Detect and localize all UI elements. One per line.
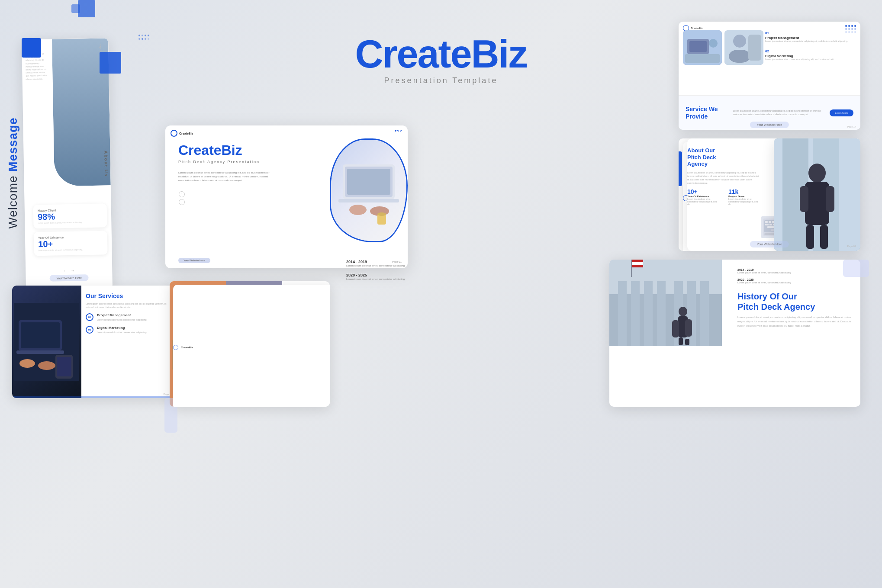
svg-rect-15 — [729, 50, 750, 63]
svg-rect-19 — [765, 221, 768, 223]
svg-rect-69 — [631, 277, 640, 346]
rm-page: Page 04 — [847, 245, 856, 247]
svg-rect-20 — [769, 221, 771, 223]
svg-point-37 — [808, 164, 826, 183]
svg-rect-84 — [632, 260, 643, 262]
slide-logo: CreateBiz — [179, 132, 193, 135]
svg-rect-12 — [685, 54, 720, 63]
learn-more-btn[interactable]: Learn More — [830, 109, 853, 116]
history-desc: Lorem ipsum dolor sit amet, consectetur … — [737, 315, 853, 328]
svg-rect-50 — [57, 357, 71, 376]
building-svg — [609, 260, 722, 346]
service-info-2: Digital Marketing Lorem ipsum dolor sit … — [97, 326, 147, 334]
provide-bold: Provide — [686, 113, 724, 120]
svg-rect-85 — [632, 262, 643, 265]
provide-desc: Lorem ipsum dolor sit amet, consectetur … — [733, 109, 821, 116]
svg-rect-82 — [631, 260, 632, 277]
rm-blue-accent — [679, 151, 682, 186]
service-name-1: Project Management — [97, 313, 147, 317]
center-nav[interactable]: ↑ ↓ — [178, 191, 185, 205]
main-title-area: CreateBiz Presentation Template — [355, 35, 527, 85]
svg-rect-41 — [806, 225, 814, 249]
history-photo — [609, 260, 722, 346]
svg-point-47 — [19, 359, 35, 368]
svg-rect-3 — [338, 199, 399, 202]
slide-brand-subtitle: Pitch Deck Agency Presentation — [178, 160, 282, 164]
center-hero-slide[interactable]: CreateBiz CreateBiz Pitch Deck Agency Pr… — [165, 125, 408, 268]
rm-photo-svg — [774, 138, 860, 251]
hist-d-2: Lorem ipsum dolor sit amet, consectetur … — [737, 281, 853, 285]
timeline-year-2: 2020 - 2025 — [346, 273, 441, 277]
services-bottom-accent — [12, 396, 177, 398]
svg-rect-46 — [16, 350, 64, 354]
tr-service-list: 01 Project Management Lorem ipsum dolor … — [765, 28, 856, 64]
services-slide[interactable]: Our Services Lorem ipsum dolor sit amet,… — [12, 286, 177, 398]
tr-photo-1 — [683, 30, 722, 65]
tr-svc-2: 02 Digital Marketing Lorem ipsum dolor s… — [765, 46, 856, 61]
team-nav-down[interactable]: ↓ — [173, 345, 178, 350]
svg-point-48 — [38, 361, 55, 370]
top-right-services-slide[interactable]: CreateBiz — [679, 22, 860, 130]
about-us-slide[interactable]: About Us Lorem ipsum dolor sit amet, con… — [22, 38, 113, 290]
history-tl-1: 2014 - 2019 Lorem ipsum dolor sit amet, … — [737, 268, 791, 275]
rm-stat-val-2: 11k — [728, 188, 761, 195]
timeline-2: 2020 - 2025 Lorem ipsum dolor sit amet, … — [346, 273, 441, 281]
hist-yr-2: 2020 - 2025 — [737, 278, 853, 281]
slide-brand-bold: Biz — [222, 142, 242, 158]
svc-desc-2: Lorem ipsum dolor sit ut consectetur adi… — [765, 58, 856, 61]
year-card: Year Of Existence 10+ Lorem ipsum dolor … — [34, 231, 108, 256]
svg-rect-39 — [800, 186, 808, 212]
timeline-year-1: 2014 - 2019 — [346, 260, 441, 264]
about-us-label: About Us — [103, 151, 109, 177]
top-dots-left-2 — [138, 38, 149, 40]
top-dots-left — [138, 35, 149, 36]
slide-image-area — [321, 130, 408, 251]
svg-rect-81 — [685, 339, 689, 345]
rm-stat-2: 11k Project Done Lorem ipsum dolor sit u… — [728, 188, 761, 206]
about-pitch-slide[interactable]: CreateBiz ↑ ↓ About Our Pitch Deck Agenc… — [679, 138, 860, 251]
rm-side-photo — [774, 138, 860, 251]
nav-up[interactable]: ↑ — [179, 191, 185, 197]
slide-website: Your Website Here — [178, 258, 210, 263]
team-nav[interactable]: ↑ ↓ — [173, 338, 178, 350]
service-name-2: Digital Marketing — [97, 326, 147, 330]
svg-rect-86 — [632, 265, 643, 267]
team-slide[interactable]: CreateBiz — [170, 281, 330, 407]
tr-logo-text: CreateBiz — [691, 27, 703, 29]
svc-num-1: 01 — [765, 31, 769, 35]
rm-content: About Our Pitch Deck Agency Lorem ipsum … — [687, 147, 761, 206]
nav-arrows[interactable]: ← → — [63, 268, 75, 273]
svg-point-7 — [377, 212, 386, 216]
svg-rect-38 — [805, 182, 829, 225]
svg-point-4 — [349, 205, 367, 215]
team-nav-up[interactable]: ↑ — [173, 338, 178, 343]
svg-rect-26 — [769, 224, 772, 225]
svg-rect-2 — [347, 169, 390, 195]
history-title-regular: History Of Our — [737, 291, 853, 302]
blob-shape — [330, 138, 408, 242]
history-slide[interactable]: 2014 - 2019 Lorem ipsum dolor sit amet, … — [609, 260, 860, 407]
rm-stat-desc-2: Lorem ipsum dolor sit ut consectetur adi… — [728, 198, 761, 206]
provide-title-area: Service We Provide — [686, 106, 724, 120]
svc-title-2: Digital Marketing — [765, 54, 856, 58]
tr-photo-2-svg — [724, 30, 763, 65]
svg-point-76 — [679, 307, 687, 316]
history-title: History Of Our Pitch Deck Agency — [737, 291, 853, 312]
services-title: Our Services — [86, 292, 171, 299]
nav-down[interactable]: ↓ — [179, 199, 185, 205]
svc-desc-1: Lorem ipsum dolor sit amet, consectetur … — [765, 40, 856, 43]
logo-dot — [171, 130, 177, 137]
brand-regular: Create — [355, 32, 471, 76]
svg-rect-71 — [657, 277, 666, 346]
rm-line2: Pitch Deck — [687, 154, 761, 161]
svg-rect-80 — [679, 337, 683, 345]
welcome-text: Welcome Message — [6, 117, 20, 228]
rm-heading: About Our Pitch Deck Agency — [687, 147, 761, 167]
svg-point-11 — [709, 39, 718, 48]
tr-photos-row — [683, 30, 763, 65]
services-photo — [12, 286, 81, 398]
left-panel: Welcome Message About Us Lorem ipsum dol… — [6, 39, 154, 307]
slide-title-area: CreateBiz Pitch Deck Agency Presentation… — [178, 143, 282, 205]
rm-line1: About Our — [687, 147, 761, 154]
happy-client-value: 98% — [38, 211, 103, 222]
